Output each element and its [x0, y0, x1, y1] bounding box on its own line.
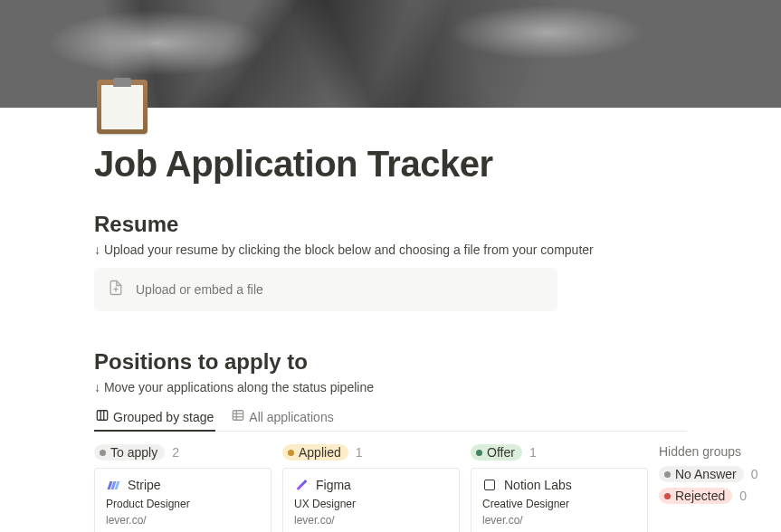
column-count: 2: [172, 445, 179, 460]
tab-all-applications[interactable]: All applications: [230, 404, 335, 431]
stage-pill-applied: Applied: [282, 444, 348, 461]
column-count: 1: [529, 445, 537, 460]
page-title[interactable]: Job Application Tracker: [94, 144, 687, 185]
stage-label: Applied: [299, 445, 341, 460]
table-icon: [232, 409, 244, 424]
card-link: lever.co/: [294, 514, 448, 527]
resume-help-text: ↓ Upload your resume by clicking the blo…: [94, 242, 687, 257]
card-company: Stripe: [128, 478, 161, 492]
card-notion-labs[interactable]: Notion Labs Creative Designer lever.co/: [471, 468, 648, 532]
upload-label: Upload or embed a file: [136, 282, 263, 297]
hidden-groups-title: Hidden groups: [659, 444, 781, 459]
stage-label: To apply: [110, 445, 157, 460]
notion-icon: [482, 478, 497, 492]
card-role: UX Designer: [294, 498, 448, 510]
tab-label: All applications: [249, 410, 333, 424]
status-dot: [100, 450, 106, 456]
column-offer: Offer 1 Notion Labs Creative Designer le…: [471, 444, 648, 532]
resume-heading: Resume: [94, 212, 687, 237]
hidden-count: 0: [739, 489, 747, 503]
stage-pill-to-apply: To apply: [94, 444, 165, 461]
card-role: Creative Designer: [482, 498, 636, 510]
column-to-apply: To apply 2 Stripe Product Designer: [94, 444, 271, 532]
status-dot: [664, 493, 671, 499]
hidden-groups: Hidden groups No Answer 0 Rejected 0: [659, 444, 781, 532]
column-applied: Applied 1 Figma UX Designer lever.co/: [282, 444, 460, 532]
upload-file-block[interactable]: Upload or embed a file: [94, 268, 557, 311]
hidden-group-no-answer[interactable]: No Answer 0: [659, 466, 781, 482]
card-role: Product Designer: [106, 498, 260, 510]
figma-icon: [294, 478, 309, 492]
stage-label: Offer: [487, 445, 515, 460]
column-header[interactable]: To apply 2: [94, 444, 271, 461]
positions-heading: Positions to apply to: [94, 349, 687, 375]
stage-pill-no-answer: No Answer: [659, 466, 744, 482]
stage-pill-rejected: Rejected: [659, 488, 732, 504]
stage-pill-offer: Offer: [471, 444, 522, 461]
page-icon-clipboard[interactable]: [94, 79, 150, 135]
card-link: lever.co/: [482, 514, 636, 527]
file-icon: [107, 279, 125, 300]
card-link: lever.co/: [106, 514, 260, 527]
status-dot: [476, 450, 482, 456]
card-company: Notion Labs: [504, 478, 572, 492]
stage-label: Rejected: [675, 489, 725, 503]
stage-label: No Answer: [675, 467, 737, 481]
hidden-group-rejected[interactable]: Rejected 0: [659, 488, 781, 504]
view-tabs: Grouped by stage All applications: [94, 404, 687, 432]
kanban-board: To apply 2 Stripe Product Designer: [94, 444, 687, 532]
svg-rect-3: [233, 411, 243, 421]
board-icon: [96, 409, 109, 424]
stripe-icon: [106, 478, 120, 492]
column-header[interactable]: Applied 1: [282, 444, 460, 461]
tab-label: Grouped by stage: [113, 410, 214, 424]
card-company: Figma: [316, 478, 351, 492]
positions-help-text: ↓ Move your applications along the statu…: [94, 380, 687, 394]
svg-rect-0: [97, 411, 107, 421]
card-stripe[interactable]: Stripe Product Designer lever.co/: [94, 468, 271, 532]
tab-grouped-by-stage[interactable]: Grouped by stage: [94, 404, 215, 431]
card-figma[interactable]: Figma UX Designer lever.co/: [282, 468, 460, 532]
column-header[interactable]: Offer 1: [471, 444, 648, 461]
status-dot: [288, 450, 294, 456]
status-dot: [664, 471, 671, 478]
column-count: 1: [356, 445, 363, 460]
hidden-count: 0: [751, 467, 758, 481]
